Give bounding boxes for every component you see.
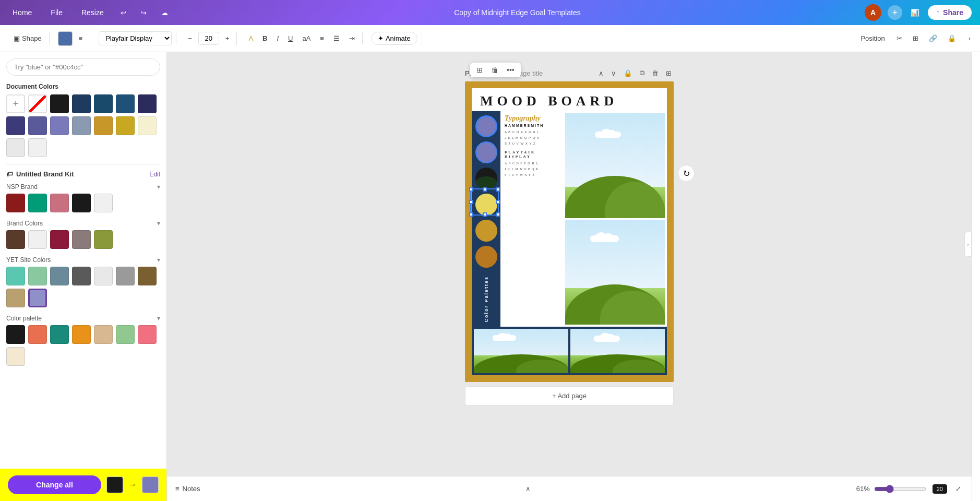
yet-color-2[interactable] bbox=[28, 267, 47, 285]
add-color-button[interactable]: + bbox=[6, 94, 25, 113]
rotate-button[interactable]: ↻ bbox=[678, 165, 695, 182]
doc-color-11[interactable] bbox=[116, 116, 135, 135]
palette-color-6[interactable] bbox=[116, 325, 135, 344]
circle-dark[interactable] bbox=[475, 168, 497, 189]
doc-color-10[interactable] bbox=[94, 116, 113, 135]
palette-color-1[interactable] bbox=[6, 325, 25, 344]
animate-button[interactable]: ✦ Animate bbox=[371, 32, 417, 45]
position-button[interactable]: Position bbox=[856, 32, 889, 44]
circle-selected[interactable] bbox=[475, 141, 497, 163]
yet-color-8[interactable] bbox=[6, 289, 25, 307]
link-button[interactable]: 🔗 bbox=[926, 32, 940, 44]
underline-button[interactable]: U bbox=[285, 32, 296, 44]
undo-button[interactable]: ↩ bbox=[118, 7, 128, 19]
italic-button[interactable]: I bbox=[273, 32, 282, 44]
add-page-bar[interactable]: + Add page bbox=[465, 386, 674, 405]
indent-button[interactable]: ⇥ bbox=[346, 32, 358, 44]
grid-button[interactable]: ⊞ bbox=[910, 32, 922, 44]
palette-color-4[interactable] bbox=[72, 325, 91, 344]
search-input[interactable] bbox=[6, 58, 160, 76]
doc-color-8[interactable] bbox=[50, 116, 69, 135]
font-size-increase-button[interactable]: + bbox=[222, 32, 233, 44]
nsp-color-3[interactable] bbox=[50, 194, 69, 212]
page-grid-button[interactable]: ⊞ bbox=[664, 67, 674, 79]
brand-colors-collapse-icon[interactable]: ▾ bbox=[157, 220, 160, 227]
font-family-select[interactable]: Playfair Display bbox=[99, 31, 172, 45]
yet-color-6[interactable] bbox=[116, 267, 135, 285]
bold-button[interactable]: B bbox=[259, 32, 270, 44]
yet-site-collapse-icon[interactable]: ▾ bbox=[157, 256, 160, 264]
collapse-right-tab[interactable]: › bbox=[964, 232, 972, 257]
ctx-grid-button[interactable]: ⊞ bbox=[474, 65, 485, 75]
nsp-color-1[interactable] bbox=[6, 194, 25, 212]
doc-color-2[interactable] bbox=[72, 94, 91, 113]
canvas-scroll[interactable]: Page 20 - Add page title ∧ ∨ 🔒 ⧉ 🗑 ⊞ ⊞ 🗑 bbox=[167, 52, 972, 476]
yet-color-9[interactable] bbox=[28, 289, 47, 307]
doc-color-12[interactable] bbox=[138, 116, 157, 135]
case-button[interactable]: aA bbox=[299, 32, 314, 44]
brand-color-3[interactable] bbox=[50, 230, 69, 249]
yet-color-1[interactable] bbox=[6, 267, 25, 285]
align-menu-button[interactable]: ≡ bbox=[317, 32, 327, 44]
from-color-swatch[interactable] bbox=[106, 476, 123, 493]
circle-purple[interactable] bbox=[475, 115, 497, 137]
change-all-button[interactable]: Change all bbox=[8, 475, 101, 494]
circle-dark-gold[interactable] bbox=[475, 246, 497, 268]
doc-color-6[interactable] bbox=[6, 116, 25, 135]
collapse-toolbar-button[interactable]: › bbox=[965, 32, 974, 44]
doc-color-14[interactable] bbox=[28, 138, 47, 157]
yet-color-5[interactable] bbox=[94, 267, 113, 285]
doc-color-5[interactable] bbox=[138, 94, 157, 113]
palette-color-3[interactable] bbox=[50, 325, 69, 344]
stats-button[interactable]: 📊 bbox=[909, 7, 922, 19]
page-copy-button[interactable]: ⧉ bbox=[638, 67, 647, 79]
circle-gold[interactable] bbox=[475, 220, 497, 242]
doc-color-13[interactable] bbox=[6, 138, 25, 157]
circle-yellow-light[interactable] bbox=[475, 194, 497, 216]
to-color-swatch[interactable] bbox=[142, 476, 159, 493]
font-size-decrease-button[interactable]: − bbox=[185, 32, 195, 44]
page-nav-down-button[interactable]: ∨ bbox=[609, 67, 618, 79]
doc-color-4[interactable] bbox=[116, 94, 135, 113]
list-button[interactable]: ☰ bbox=[330, 32, 343, 44]
palette-color-8[interactable] bbox=[6, 347, 25, 366]
palette-color-7[interactable] bbox=[138, 325, 157, 344]
doc-color-7[interactable] bbox=[28, 116, 47, 135]
lock-button[interactable]: 🔒 bbox=[945, 32, 959, 44]
add-collaborator-button[interactable]: + bbox=[888, 5, 902, 20]
redo-button[interactable]: ↪ bbox=[139, 7, 149, 19]
doc-color-9[interactable] bbox=[72, 116, 91, 135]
brand-color-2[interactable] bbox=[28, 230, 47, 249]
brand-color-4[interactable] bbox=[72, 230, 91, 249]
page-delete-button[interactable]: 🗑 bbox=[650, 67, 661, 79]
nsp-collapse-icon[interactable]: ▾ bbox=[157, 183, 160, 190]
page-lock-button[interactable]: 🔒 bbox=[622, 67, 635, 79]
nsp-color-5[interactable] bbox=[94, 194, 113, 212]
color-menu-button[interactable]: ≡ bbox=[76, 32, 86, 44]
nsp-color-4[interactable] bbox=[72, 194, 91, 212]
doc-color-3[interactable] bbox=[94, 94, 113, 113]
palette-color-5[interactable] bbox=[94, 325, 113, 344]
brand-color-5[interactable] bbox=[94, 230, 113, 249]
brand-color-1[interactable] bbox=[6, 230, 25, 249]
share-button[interactable]: ↑ Share bbox=[928, 5, 972, 20]
crop-button[interactable]: ✂ bbox=[893, 32, 905, 44]
text-color-button[interactable]: A bbox=[245, 32, 256, 44]
home-button[interactable]: Home bbox=[8, 6, 36, 19]
color-palette-collapse-icon[interactable]: ▾ bbox=[157, 315, 160, 322]
nsp-color-2[interactable] bbox=[28, 194, 47, 212]
ctx-trash-button[interactable]: 🗑 bbox=[489, 65, 500, 75]
font-size-input[interactable] bbox=[198, 32, 219, 45]
palette-color-2[interactable] bbox=[28, 325, 47, 344]
ctx-more-button[interactable]: ••• bbox=[505, 65, 517, 75]
page-nav-up-button[interactable]: ∧ bbox=[596, 67, 606, 79]
expand-button[interactable]: ⤢ bbox=[953, 483, 963, 495]
file-button[interactable]: File bbox=[46, 6, 67, 19]
yet-color-4[interactable] bbox=[72, 267, 91, 285]
zoom-slider[interactable] bbox=[874, 485, 926, 493]
cloud-button[interactable]: ☁ bbox=[159, 7, 170, 19]
avatar[interactable]: A bbox=[865, 4, 881, 21]
collapse-panels-button[interactable]: ∧ bbox=[523, 483, 533, 495]
notes-button[interactable]: ≡ Notes bbox=[175, 485, 200, 493]
color-swatch[interactable] bbox=[58, 31, 73, 46]
